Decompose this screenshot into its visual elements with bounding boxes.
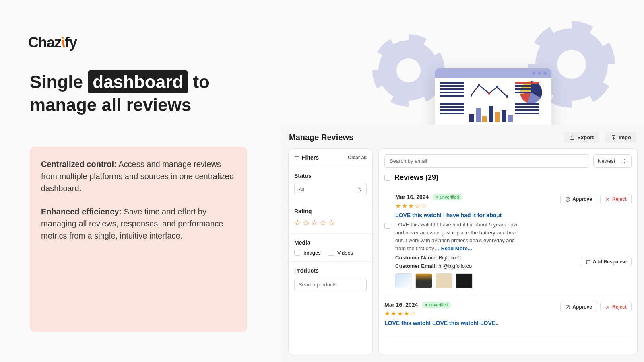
logo-text-post: fy [65,34,77,51]
read-more-link[interactable]: Read More... [441,245,472,251]
logo-text-pre: Chaz [28,34,61,51]
approve-button[interactable]: Approve [560,194,597,204]
products-search-input[interactable] [294,278,367,291]
download-icon [611,135,616,140]
star-icon[interactable]: ☆ [328,218,335,228]
dashboard-preview: Manage Reviews Export Impo Filters [282,125,644,362]
reject-button[interactable]: Reject [600,302,632,312]
status-label: Status [294,173,367,179]
info-card: Centralized control: Access and manage r… [30,147,247,332]
status-badge: unverified [422,302,451,308]
star-icon[interactable]: ☆ [303,218,310,228]
review-stars: ★★★★☆ [384,310,560,317]
info-item: Centralized control: Access and manage r… [41,158,236,194]
export-button[interactable]: Export [564,132,599,143]
review-checkbox[interactable] [384,223,390,229]
review-row: Mar 16, 2024 unverified ★★★☆☆ LOVE this … [384,187,632,295]
review-date: Mar 16, 2024 [384,302,418,308]
page-title: Manage Reviews [289,133,353,142]
chevron-updown-icon [622,158,627,164]
select-all-checkbox[interactable] [384,175,390,181]
products-label: Products [294,267,367,274]
media-label: Media [294,239,367,246]
images-checkbox-row: Images [294,250,321,256]
thumbnail[interactable] [415,273,432,288]
reviews-count: Reviews (29) [384,173,632,182]
thumbnail[interactable] [436,273,452,288]
filters-title: Filters [294,154,319,161]
headline: Single dashboard to manage all reviews [30,70,210,116]
clear-all-button[interactable]: Clear all [348,155,367,160]
chat-icon [586,259,591,265]
star-icon[interactable]: ☆ [294,218,301,228]
info-item: Enhanced efficiency: Save time and effor… [41,206,236,242]
review-text: LOVE this watch! I have had it for about… [395,221,520,252]
star-icon[interactable]: ☆ [320,218,326,228]
reject-button[interactable]: Reject [600,194,632,204]
videos-checkbox-label: Videos [337,250,353,256]
headline-highlight: dashboard [88,70,188,93]
review-thumbnails [395,273,560,288]
svg-point-6 [566,305,570,309]
check-circle-icon [565,304,570,310]
status-badge: unverified [433,194,462,200]
filter-icon [294,155,299,160]
add-response-button[interactable]: Add Response [581,257,632,267]
videos-checkbox[interactable] [328,250,334,256]
review-row: Mar 16, 2024 unverified ★★★★☆ LOVE this … [384,295,632,335]
svg-point-4 [506,95,508,98]
review-title[interactable]: LOVE this watch! LOVE this watch! LOVE.. [384,320,560,326]
upload-icon [570,135,575,140]
search-input[interactable] [384,154,589,168]
status-select[interactable]: All [294,183,367,196]
svg-point-1 [478,84,480,86]
rating-stars[interactable]: ☆ ☆ ☆ ☆ ☆ [294,218,367,228]
thumbnail[interactable] [456,273,473,288]
sort-select[interactable]: Newest [593,154,632,168]
approve-button[interactable]: Approve [560,302,597,312]
import-button[interactable]: Impo [605,132,637,143]
images-checkbox[interactable] [294,250,300,256]
thumbnail[interactable] [395,273,412,288]
star-icon[interactable]: ☆ [311,218,318,228]
review-customer-name: Customer Name: Bigfolio C [395,255,560,261]
review-stars: ★★★☆☆ [395,202,560,210]
chevron-updown-icon [357,187,362,192]
close-icon [605,197,610,202]
review-customer-email: Customer Email: hr@bigfolio.co [395,263,560,269]
gear-icon [378,40,439,101]
svg-point-3 [496,86,498,88]
reviews-panel: Newest Reviews (29) Mar [378,148,638,355]
brand-logo: Chazify [28,34,77,51]
svg-point-2 [488,92,490,95]
filters-panel: Filters Clear all Status All Rating ☆ ☆ [288,148,373,355]
review-title[interactable]: LOVE this watch! I have had it for about [395,212,560,218]
check-circle-icon [565,197,570,202]
images-checkbox-label: Images [303,250,321,256]
rating-label: Rating [294,208,367,214]
videos-checkbox-row: Videos [328,250,353,256]
review-date: Mar 16, 2024 [395,194,429,200]
svg-point-5 [566,197,570,201]
close-icon [605,304,610,310]
